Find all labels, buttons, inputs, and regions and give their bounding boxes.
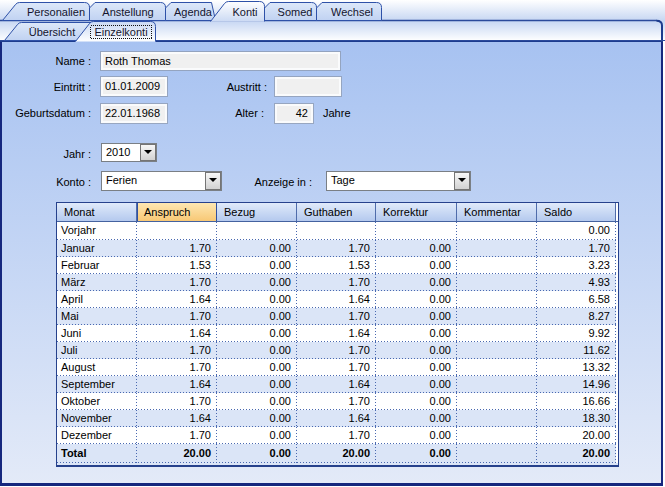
svg-text:Somed: Somed bbox=[278, 6, 313, 18]
svg-text:Anstellung: Anstellung bbox=[102, 6, 153, 18]
svg-text:Agenda: Agenda bbox=[174, 6, 213, 18]
svg-text:Personalien: Personalien bbox=[27, 6, 85, 18]
svg-text:Übersicht: Übersicht bbox=[29, 26, 75, 38]
svg-text:Wechsel: Wechsel bbox=[331, 6, 373, 18]
svg-text:Konti: Konti bbox=[232, 6, 257, 18]
svg-text:Einzelkonti: Einzelkonti bbox=[94, 26, 147, 38]
